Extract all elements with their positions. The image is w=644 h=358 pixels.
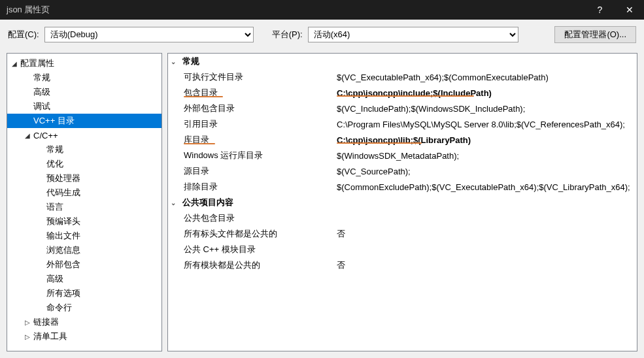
expand-icon[interactable]: ▷ [23,317,32,327]
tree-item[interactable]: 高级 [7,85,161,99]
tree-item-label: 配置属性 [19,57,54,69]
property-row[interactable]: 排除目录$(CommonExcludePath);$(VC_Executable… [168,179,637,195]
collapse-icon[interactable]: ◢ [10,59,19,68]
tree-item[interactable]: 高级 [7,272,161,286]
property-value[interactable]: C:\Program Files\MySQL\MySQL Server 8.0\… [337,120,637,129]
property-value[interactable]: 否 [337,259,637,271]
collapse-icon[interactable]: ◢ [23,131,32,140]
tree-panel[interactable]: ◢配置属性常规高级调试VC++ 目录◢C/C++常规优化预处理器代码生成语言预编… [7,53,162,351]
collapse-icon: ⌄ [171,58,182,65]
config-label: 配置(C): [8,29,39,41]
tree-item-label: 命令行 [45,302,72,314]
tree-item[interactable]: 外部包含 [7,257,161,272]
tree-item[interactable]: 常规 [7,142,161,157]
tree-item[interactable]: 调试 [7,99,161,114]
tree-item[interactable]: 浏览信息 [7,243,161,257]
tree-item-label: 代码生成 [45,187,80,199]
property-group-header[interactable]: ⌄公共项目内容 [168,195,637,210]
tree-spacer [23,116,32,125]
tree-spacer [36,246,45,255]
tree-item[interactable]: 优化 [7,157,161,171]
property-row[interactable]: 包含目录C:\cpp\jsoncpp\include;$(IncludePath… [168,85,637,101]
property-row[interactable]: 所有模块都是公共的否 [168,257,637,273]
property-row[interactable]: 源目录$(VC_SourcePath); [168,163,637,179]
tree-item-label: 常规 [45,144,63,155]
property-row[interactable]: 所有标头文件都是公共的否 [168,226,637,242]
property-row[interactable]: 可执行文件目录$(VC_ExecutablePath_x64);$(Common… [168,69,637,85]
property-label: 包含目录 [168,87,337,99]
tree-item[interactable]: ◢配置属性 [7,56,161,71]
property-row[interactable]: Windows 运行库目录$(WindowsSDK_MetadataPath); [168,148,637,163]
group-title: 常规 [182,56,199,67]
property-label: 源目录 [168,165,337,177]
help-button[interactable]: ? [585,0,615,20]
property-value[interactable]: $(CommonExcludePath);$(VC_ExecutablePath… [337,182,637,192]
tree-item[interactable]: VC++ 目录 [7,114,161,128]
property-row[interactable]: 引用目录C:\Program Files\MySQL\MySQL Server … [168,116,637,132]
property-label: 外部包含目录 [168,103,337,114]
property-value[interactable]: $(VC_IncludePath);$(WindowsSDK_IncludePa… [337,104,637,114]
tree-item[interactable]: 所有选项 [7,286,161,301]
platform-label: 平台(P): [272,29,303,41]
property-label: 库目录 [168,134,337,146]
property-value[interactable]: 否 [337,228,637,240]
titlebar: json 属性页 ? ✕ [0,0,644,20]
property-value[interactable]: $(VC_ExecutablePath_x64);$(CommonExecuta… [337,73,637,82]
tree-item-label: 所有选项 [45,287,80,299]
property-value[interactable]: C:\cpp\jsoncpp\lib;$(LibraryPath) [337,135,637,145]
tree-item[interactable]: 输出文件 [7,229,161,243]
property-value[interactable]: C:\cpp\jsoncpp\include;$(IncludePath) [337,88,637,98]
property-group-header[interactable]: ⌄常规 [168,54,637,69]
tree-spacer [36,188,45,197]
property-label: Windows 运行库目录 [168,150,337,161]
tree-item-label: 调试 [32,101,50,112]
toolbar: 配置(C): 活动(Debug) 平台(P): 活动(x64) 配置管理器(O)… [0,20,644,49]
tree-spacer [36,217,45,226]
property-label: 引用目录 [168,118,337,130]
close-button[interactable]: ✕ [615,0,644,20]
window-title: json 属性页 [7,4,585,16]
highlight-underline [337,95,474,97]
property-row[interactable]: 库目录C:\cpp\jsoncpp\lib;$(LibraryPath) [168,132,637,148]
tree-item[interactable]: 常规 [7,71,161,85]
tree-item[interactable]: 预处理器 [7,171,161,186]
tree-item[interactable]: 语言 [7,200,161,214]
group-title: 公共项目内容 [182,197,233,208]
property-row[interactable]: 外部包含目录$(VC_IncludePath);$(WindowsSDK_Inc… [168,101,637,116]
property-label: 可执行文件目录 [168,71,337,83]
tree-item[interactable]: 预编译头 [7,214,161,229]
tree-item-label: 高级 [32,86,50,98]
config-select[interactable]: 活动(Debug) [44,27,254,42]
config-manager-button[interactable]: 配置管理器(O)... [554,26,636,43]
tree-item[interactable]: 代码生成 [7,186,161,200]
tree-spacer [36,145,45,154]
property-value[interactable]: $(VC_SourcePath); [337,167,637,176]
property-label: 公共 C++ 模块目录 [168,244,337,255]
tree-item-label: VC++ 目录 [32,115,75,127]
content-panel[interactable]: ⌄常规可执行文件目录$(VC_ExecutablePath_x64);$(Com… [167,53,637,351]
highlight-underline [184,143,215,144]
tree-item[interactable]: ▷链接器 [7,315,161,329]
tree-spacer [23,88,32,97]
tree-item-label: 浏览信息 [45,244,80,256]
highlight-underline [184,96,223,97]
tree-item-label: 外部包含 [45,259,80,270]
tree-item-label: 预处理器 [45,172,80,184]
expand-icon[interactable]: ▷ [23,332,32,341]
tree-item[interactable]: ◢C/C++ [7,128,161,142]
tree-spacer [23,102,32,111]
property-value[interactable]: $(WindowsSDK_MetadataPath); [337,151,637,161]
tree-spacer [36,231,45,240]
tree-item-label: 优化 [45,158,63,170]
property-row[interactable]: 公共包含目录 [168,210,637,226]
tree-item-label: 预编译头 [45,216,80,227]
tree-item-label: 常规 [32,72,50,84]
tree-item-label: 输出文件 [45,230,80,242]
tree-item[interactable]: ▷清单工具 [7,329,161,344]
platform-select[interactable]: 活动(x64) [308,27,518,42]
property-row[interactable]: 公共 C++ 模块目录 [168,242,637,257]
property-label: 公共包含目录 [168,212,337,224]
property-label: 排除目录 [168,181,337,193]
tree-item[interactable]: 命令行 [7,301,161,315]
highlight-underline [337,142,422,144]
